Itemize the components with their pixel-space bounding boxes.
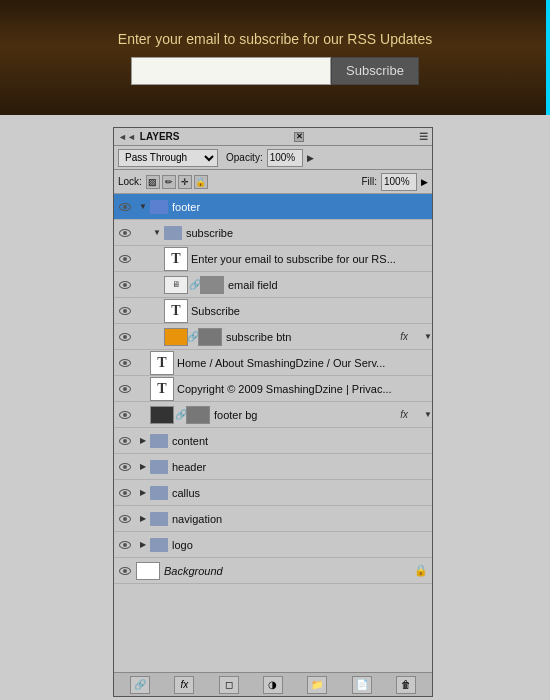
eye-icon [119,333,131,341]
layer-row[interactable]: T Copyright © 2009 SmashingDzine | Priva… [114,376,432,402]
link-icon: 🔗 [176,406,186,424]
layer-row[interactable]: ▼ subscribe [114,220,432,246]
layer-row[interactable]: ▶ callus [114,480,432,506]
monitor-thumbnail: 🖥 [164,276,188,294]
lock-label: Lock: [118,176,142,187]
fx-arrow[interactable]: ▼ [424,332,432,341]
fx-badge: fx [400,331,408,342]
expand-arrow[interactable]: ▶ [136,532,150,558]
opacity-value[interactable]: 100% [267,149,303,167]
panel-lock-row: Lock: ▨ ✏ ✛ 🔒 Fill: 100% ▶ [114,170,432,194]
link-layers-button[interactable]: 🔗 [130,676,150,694]
row-content: ▶ logo [136,532,432,558]
layer-row[interactable]: 🖥 🔗 email field [114,272,432,298]
eye-toggle[interactable] [114,272,136,298]
group-button[interactable]: 📁 [307,676,327,694]
new-layer-button[interactable]: 📄 [352,676,372,694]
link-icon: 🔗 [190,276,200,294]
banner-text: Enter your email to subscribe for our RS… [118,31,432,47]
eye-icon [119,203,131,211]
expand-arrow[interactable]: ▼ [150,220,164,246]
fx-button[interactable]: fx [174,676,194,694]
gray-thumbnail [186,406,210,424]
eye-toggle[interactable] [114,402,136,428]
row-content: ▼ subscribe [150,220,432,246]
eye-toggle[interactable] [114,194,136,220]
eye-icon [119,359,131,367]
row-content: ▶ header [136,454,432,480]
eye-toggle[interactable] [114,324,136,350]
eye-toggle[interactable] [114,480,136,506]
eye-icon [119,255,131,263]
layer-name: Background [164,565,223,577]
row-content: ▶ callus [136,480,432,506]
panel-close-button[interactable]: ✕ [294,132,304,142]
folder-icon-gray [150,538,168,552]
row-content: 🖥 🔗 email field [164,276,432,294]
row-content: T Enter your email to subscribe for our … [164,247,432,271]
row-content: 🔗 footer bg fx ▼ [150,406,432,424]
text-thumbnail: T [150,377,174,401]
mask-button[interactable]: ◻ [219,676,239,694]
layer-row[interactable]: 🔗 subscribe btn fx ▼ [114,324,432,350]
lock-move-button[interactable]: ✛ [178,175,192,189]
panel-bottom-toolbar: 🔗 fx ◻ ◑ 📁 📄 🗑 [114,672,432,696]
eye-toggle[interactable] [114,506,136,532]
lock-icon: 🔒 [414,564,428,577]
layer-row[interactable]: 🔗 footer bg fx ▼ [114,402,432,428]
layer-row[interactable]: T Subscribe [114,298,432,324]
fill-label: Fill: [361,176,377,187]
eye-toggle[interactable] [114,220,136,246]
row-content: ▶ navigation [136,506,432,532]
fill-arrow[interactable]: ▶ [421,177,428,187]
eye-icon [119,567,131,575]
row-content: ▶ content [136,428,432,454]
layer-row[interactable]: T Enter your email to subscribe for our … [114,246,432,272]
adjustment-button[interactable]: ◑ [263,676,283,694]
eye-toggle[interactable] [114,246,136,272]
expand-arrow[interactable]: ▶ [136,428,150,454]
text-thumbnail: T [164,247,188,271]
layer-row[interactable]: ▶ content [114,428,432,454]
row-content: T Home / About SmashingDzine / Our Serv.… [150,351,432,375]
layer-row[interactable]: ▼ footer [114,194,432,220]
lock-paint-button[interactable]: ✏ [162,175,176,189]
lock-transparency-button[interactable]: ▨ [146,175,160,189]
eye-toggle[interactable] [114,376,136,402]
email-input[interactable] [131,57,331,85]
eye-toggle[interactable] [114,350,136,376]
panel-menu-button[interactable]: ☰ [419,131,428,142]
lock-all-button[interactable]: 🔒 [194,175,208,189]
eye-toggle[interactable] [114,298,136,324]
fx-arrow[interactable]: ▼ [424,410,432,419]
eye-toggle[interactable] [114,558,136,584]
opacity-arrow[interactable]: ▶ [307,153,314,163]
layer-name: Home / About SmashingDzine / Our Serv... [177,357,385,369]
layer-row[interactable]: ▶ header [114,454,432,480]
fill-value[interactable]: 100% [381,173,417,191]
blend-mode-select[interactable]: Pass Through [118,149,218,167]
layer-name: footer bg [214,409,257,421]
eye-icon [119,437,131,445]
eye-toggle[interactable] [114,532,136,558]
eye-icon [119,281,131,289]
panel-title-left: ◄◄ LAYERS [118,131,179,142]
subscribe-button[interactable]: Subscribe [331,57,419,85]
expand-arrow[interactable]: ▶ [136,506,150,532]
eye-toggle[interactable] [114,454,136,480]
layer-row[interactable]: T Home / About SmashingDzine / Our Serv.… [114,350,432,376]
link-icon: 🔗 [188,328,198,346]
layer-row[interactable]: ▶ navigation [114,506,432,532]
layer-name: callus [172,487,200,499]
layer-name: subscribe [186,227,233,239]
eye-toggle[interactable] [114,428,136,454]
layer-name: email field [228,279,278,291]
layers-panel: ◄◄ LAYERS ✕ ☰ Pass Through Opacity: 100%… [113,127,433,697]
expand-arrow[interactable]: ▶ [136,454,150,480]
layer-row[interactable]: Background 🔒 [114,558,432,584]
panel-title: LAYERS [140,131,180,142]
expand-arrow[interactable]: ▼ [136,194,150,220]
delete-layer-button[interactable]: 🗑 [396,676,416,694]
expand-arrow[interactable]: ▶ [136,480,150,506]
layer-row[interactable]: ▶ logo [114,532,432,558]
